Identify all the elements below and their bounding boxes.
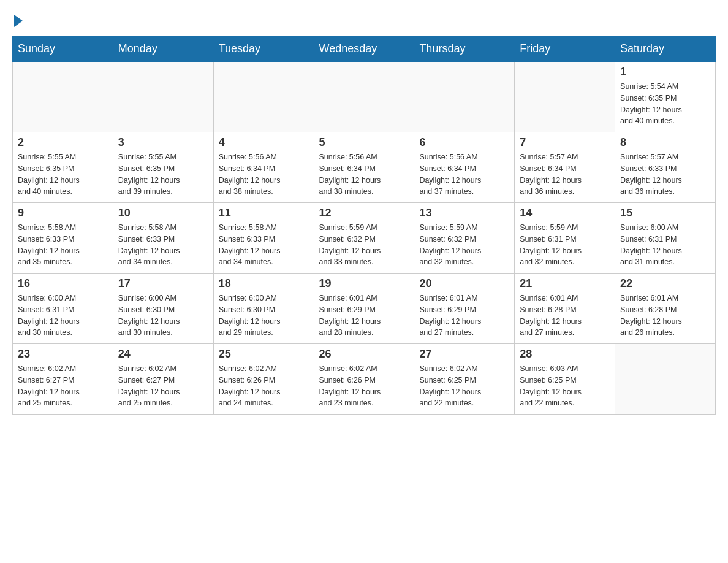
day-number: 18 — [219, 277, 309, 290]
day-info: Sunrise: 5:56 AM Sunset: 6:34 PM Dayligh… — [419, 151, 509, 197]
day-info: Sunrise: 5:55 AM Sunset: 6:35 PM Dayligh… — [118, 151, 208, 197]
day-number: 22 — [620, 277, 710, 290]
page-header — [12, 12, 716, 25]
day-number: 27 — [419, 348, 509, 361]
calendar-cell: 7Sunrise: 5:57 AM Sunset: 6:34 PM Daylig… — [515, 132, 615, 203]
day-number: 28 — [520, 348, 610, 361]
day-number: 16 — [18, 277, 108, 290]
day-info: Sunrise: 5:54 AM Sunset: 6:35 PM Dayligh… — [620, 81, 710, 127]
day-info: Sunrise: 6:01 AM Sunset: 6:28 PM Dayligh… — [620, 293, 710, 339]
day-info: Sunrise: 6:01 AM Sunset: 6:29 PM Dayligh… — [319, 293, 409, 339]
weekday-header-friday: Friday — [515, 36, 615, 62]
day-number: 23 — [18, 348, 108, 361]
calendar-cell: 17Sunrise: 6:00 AM Sunset: 6:30 PM Dayli… — [113, 274, 213, 344]
day-info: Sunrise: 6:02 AM Sunset: 6:27 PM Dayligh… — [118, 363, 208, 409]
day-info: Sunrise: 5:58 AM Sunset: 6:33 PM Dayligh… — [219, 222, 309, 268]
day-number: 21 — [520, 277, 610, 290]
calendar-header-row: SundayMondayTuesdayWednesdayThursdayFrid… — [13, 36, 716, 62]
calendar-cell — [515, 62, 615, 132]
weekday-header-tuesday: Tuesday — [213, 36, 314, 62]
calendar-cell: 23Sunrise: 6:02 AM Sunset: 6:27 PM Dayli… — [13, 344, 113, 415]
day-number: 12 — [319, 207, 409, 220]
calendar-cell — [13, 62, 113, 132]
day-number: 17 — [118, 277, 208, 290]
day-number: 19 — [319, 277, 409, 290]
day-number: 10 — [118, 207, 208, 220]
day-info: Sunrise: 5:59 AM Sunset: 6:32 PM Dayligh… — [319, 222, 409, 268]
calendar-cell: 13Sunrise: 5:59 AM Sunset: 6:32 PM Dayli… — [414, 203, 515, 274]
day-number: 8 — [620, 136, 710, 149]
calendar-cell: 2Sunrise: 5:55 AM Sunset: 6:35 PM Daylig… — [13, 132, 113, 203]
day-info: Sunrise: 5:59 AM Sunset: 6:31 PM Dayligh… — [520, 222, 610, 268]
week-row-5: 23Sunrise: 6:02 AM Sunset: 6:27 PM Dayli… — [13, 344, 716, 415]
day-info: Sunrise: 6:00 AM Sunset: 6:30 PM Dayligh… — [219, 293, 309, 339]
day-number: 15 — [620, 207, 710, 220]
week-row-3: 9Sunrise: 5:58 AM Sunset: 6:33 PM Daylig… — [13, 203, 716, 274]
day-info: Sunrise: 5:58 AM Sunset: 6:33 PM Dayligh… — [18, 222, 108, 268]
calendar-cell: 16Sunrise: 6:00 AM Sunset: 6:31 PM Dayli… — [13, 274, 113, 344]
day-number: 20 — [419, 277, 509, 290]
day-info: Sunrise: 6:03 AM Sunset: 6:25 PM Dayligh… — [520, 363, 610, 409]
weekday-header-wednesday: Wednesday — [314, 36, 414, 62]
calendar-cell: 24Sunrise: 6:02 AM Sunset: 6:27 PM Dayli… — [113, 344, 213, 415]
calendar-cell: 4Sunrise: 5:56 AM Sunset: 6:34 PM Daylig… — [213, 132, 314, 203]
day-info: Sunrise: 5:58 AM Sunset: 6:33 PM Dayligh… — [118, 222, 208, 268]
day-info: Sunrise: 5:57 AM Sunset: 6:33 PM Dayligh… — [620, 151, 710, 197]
weekday-header-sunday: Sunday — [13, 36, 113, 62]
day-info: Sunrise: 5:56 AM Sunset: 6:34 PM Dayligh… — [219, 151, 309, 197]
calendar-cell: 10Sunrise: 5:58 AM Sunset: 6:33 PM Dayli… — [113, 203, 213, 274]
day-number: 26 — [319, 348, 409, 361]
day-info: Sunrise: 6:02 AM Sunset: 6:26 PM Dayligh… — [319, 363, 409, 409]
day-info: Sunrise: 5:55 AM Sunset: 6:35 PM Dayligh… — [18, 151, 108, 197]
calendar-cell — [414, 62, 515, 132]
day-number: 3 — [118, 136, 208, 149]
calendar-cell: 25Sunrise: 6:02 AM Sunset: 6:26 PM Dayli… — [213, 344, 314, 415]
calendar-cell: 21Sunrise: 6:01 AM Sunset: 6:28 PM Dayli… — [515, 274, 615, 344]
day-info: Sunrise: 6:02 AM Sunset: 6:25 PM Dayligh… — [419, 363, 509, 409]
calendar-cell: 14Sunrise: 5:59 AM Sunset: 6:31 PM Dayli… — [515, 203, 615, 274]
day-info: Sunrise: 6:01 AM Sunset: 6:28 PM Dayligh… — [520, 293, 610, 339]
calendar-cell: 3Sunrise: 5:55 AM Sunset: 6:35 PM Daylig… — [113, 132, 213, 203]
day-info: Sunrise: 6:00 AM Sunset: 6:31 PM Dayligh… — [18, 293, 108, 339]
day-info: Sunrise: 6:00 AM Sunset: 6:31 PM Dayligh… — [620, 222, 710, 268]
day-info: Sunrise: 5:59 AM Sunset: 6:32 PM Dayligh… — [419, 222, 509, 268]
weekday-header-monday: Monday — [113, 36, 213, 62]
calendar-cell: 20Sunrise: 6:01 AM Sunset: 6:29 PM Dayli… — [414, 274, 515, 344]
day-number: 4 — [219, 136, 309, 149]
calendar-cell: 9Sunrise: 5:58 AM Sunset: 6:33 PM Daylig… — [13, 203, 113, 274]
day-number: 24 — [118, 348, 208, 361]
day-info: Sunrise: 5:56 AM Sunset: 6:34 PM Dayligh… — [319, 151, 409, 197]
calendar-cell: 22Sunrise: 6:01 AM Sunset: 6:28 PM Dayli… — [615, 274, 716, 344]
day-number: 11 — [219, 207, 309, 220]
day-number: 5 — [319, 136, 409, 149]
day-number: 13 — [419, 207, 509, 220]
weekday-header-thursday: Thursday — [414, 36, 515, 62]
day-info: Sunrise: 6:01 AM Sunset: 6:29 PM Dayligh… — [419, 293, 509, 339]
day-number: 25 — [219, 348, 309, 361]
calendar-cell: 26Sunrise: 6:02 AM Sunset: 6:26 PM Dayli… — [314, 344, 414, 415]
calendar-cell — [113, 62, 213, 132]
calendar-cell: 18Sunrise: 6:00 AM Sunset: 6:30 PM Dayli… — [213, 274, 314, 344]
calendar-cell: 11Sunrise: 5:58 AM Sunset: 6:33 PM Dayli… — [213, 203, 314, 274]
calendar-cell: 8Sunrise: 5:57 AM Sunset: 6:33 PM Daylig… — [615, 132, 716, 203]
calendar-cell: 1Sunrise: 5:54 AM Sunset: 6:35 PM Daylig… — [615, 62, 716, 132]
calendar-cell: 28Sunrise: 6:03 AM Sunset: 6:25 PM Dayli… — [515, 344, 615, 415]
calendar-cell: 15Sunrise: 6:00 AM Sunset: 6:31 PM Dayli… — [615, 203, 716, 274]
day-number: 2 — [18, 136, 108, 149]
week-row-4: 16Sunrise: 6:00 AM Sunset: 6:31 PM Dayli… — [13, 274, 716, 344]
day-number: 9 — [18, 207, 108, 220]
day-number: 7 — [520, 136, 610, 149]
day-number: 14 — [520, 207, 610, 220]
calendar-cell: 5Sunrise: 5:56 AM Sunset: 6:34 PM Daylig… — [314, 132, 414, 203]
calendar-cell: 6Sunrise: 5:56 AM Sunset: 6:34 PM Daylig… — [414, 132, 515, 203]
calendar-cell — [213, 62, 314, 132]
week-row-2: 2Sunrise: 5:55 AM Sunset: 6:35 PM Daylig… — [13, 132, 716, 203]
day-number: 1 — [620, 66, 710, 79]
calendar-cell — [314, 62, 414, 132]
calendar-cell: 27Sunrise: 6:02 AM Sunset: 6:25 PM Dayli… — [414, 344, 515, 415]
day-info: Sunrise: 6:02 AM Sunset: 6:27 PM Dayligh… — [18, 363, 108, 409]
day-info: Sunrise: 6:00 AM Sunset: 6:30 PM Dayligh… — [118, 293, 208, 339]
logo — [12, 12, 23, 25]
day-info: Sunrise: 6:02 AM Sunset: 6:26 PM Dayligh… — [219, 363, 309, 409]
weekday-header-saturday: Saturday — [615, 36, 716, 62]
